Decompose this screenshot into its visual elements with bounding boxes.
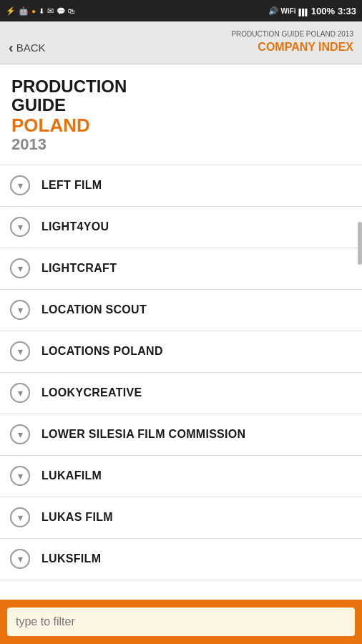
company-name: LIGHTCRAFT — [41, 262, 117, 275]
list-item[interactable]: LOCATION SCOUT — [0, 290, 362, 331]
company-name: LOOKYCREATIVE — [41, 386, 142, 399]
company-index-label[interactable]: COMPANY INDEX — [258, 41, 353, 54]
logo-area: PRODUCTION GUIDE POLAND 2013 — [0, 64, 362, 165]
company-name: LUKAFILM — [41, 469, 102, 482]
company-name: LOCATIONS POLAND — [41, 345, 163, 358]
list-item[interactable]: LIGHT4YOU — [0, 207, 362, 248]
main-content: PRODUCTION GUIDE POLAND 2013 LEFT FILMLI… — [0, 64, 362, 600]
app-title: PRODUCTION GUIDE POLAND 2013 — [231, 30, 353, 38]
chat-icon — [57, 6, 65, 16]
filter-input[interactable] — [7, 608, 355, 636]
list-item[interactable]: LOWER SILESIA FILM COMMISSION — [0, 414, 362, 456]
company-name: LUKSFILM — [41, 552, 101, 565]
status-bar: 🔊 WiFi 100% 3:33 — [0, 0, 362, 21]
battery-label: 100% — [311, 6, 335, 16]
status-icons-right: 🔊 WiFi 100% 3:33 — [268, 6, 356, 16]
back-chevron-icon — [9, 39, 14, 56]
speaker-icon: 🔊 — [268, 6, 278, 16]
dropdown-icon — [10, 466, 30, 486]
dropdown-icon — [10, 258, 30, 278]
list-item[interactable]: LEFT FILM — [0, 165, 362, 207]
signal-icon — [299, 6, 308, 16]
list-item[interactable]: LOCATIONS POLAND — [0, 331, 362, 373]
android-icon — [19, 6, 29, 16]
logo-line2: GUIDE — [11, 96, 351, 114]
dropdown-icon — [10, 424, 30, 444]
dropdown-icon — [10, 549, 30, 569]
filter-bar — [0, 600, 362, 644]
company-name: LIGHT4YOU — [41, 220, 109, 233]
dropdown-icon — [10, 300, 30, 320]
time-label: 3:33 — [338, 6, 356, 16]
status-icons-left — [6, 6, 75, 16]
list-item[interactable]: LUKAFILM — [0, 456, 362, 497]
scrollbar-indicator — [358, 222, 362, 265]
list-item[interactable]: LUKSFILM — [0, 539, 362, 580]
company-list: LEFT FILMLIGHT4YOULIGHTCRAFTLOCATION SCO… — [0, 165, 362, 580]
back-button[interactable]: BACK — [9, 39, 46, 56]
usb-icon — [6, 6, 16, 16]
list-item[interactable]: LOOKYCREATIVE — [0, 373, 362, 414]
store-icon — [68, 6, 75, 16]
mail-icon — [47, 6, 54, 16]
list-item[interactable]: LIGHTCRAFT — [0, 248, 362, 290]
back-label: BACK — [16, 42, 46, 54]
dropdown-icon — [10, 175, 30, 195]
logo-line1: PRODUCTION — [11, 77, 351, 96]
logo-line4: 2013 — [11, 135, 351, 154]
dropdown-icon — [10, 507, 30, 527]
dropdown-icon — [10, 341, 30, 361]
download-icon — [39, 6, 44, 16]
list-item[interactable]: LUKAS FILM — [0, 497, 362, 539]
dropdown-icon — [10, 383, 30, 403]
company-name: LOCATION SCOUT — [41, 303, 147, 316]
logo-line3: POLAND — [11, 115, 351, 136]
wifi-icon: WiFi — [281, 7, 296, 15]
company-name: LEFT FILM — [41, 179, 102, 192]
header-bar: PRODUCTION GUIDE POLAND 2013 BACK COMPAN… — [0, 21, 362, 64]
dropdown-icon — [10, 217, 30, 237]
company-name: LOWER SILESIA FILM COMMISSION — [41, 428, 245, 441]
rec-icon — [31, 6, 36, 16]
company-name: LUKAS FILM — [41, 511, 113, 524]
